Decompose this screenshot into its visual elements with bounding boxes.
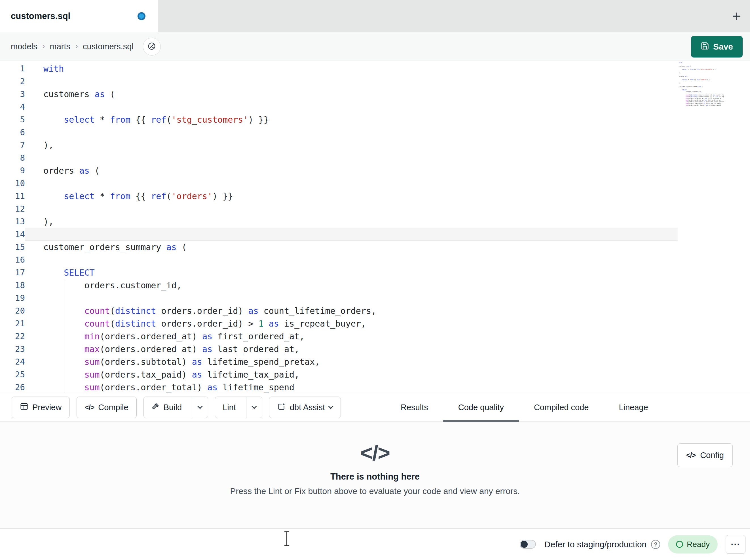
line-number[interactable]: 1 — [0, 62, 25, 75]
toggle-knob — [520, 541, 528, 548]
code-line-26[interactable]: 26 sum(orders.order_total) as lifetime_s… — [0, 381, 678, 393]
line-number[interactable]: 11 — [0, 190, 25, 203]
breadcrumb-separator-icon: › — [42, 41, 45, 51]
line-number[interactable]: 2 — [0, 75, 25, 88]
editor-toolbar: Preview </> Compile Build Lin — [0, 393, 750, 422]
code-line-11[interactable]: 11 select * from {{ ref('orders') }} — [0, 190, 678, 203]
code-line-17[interactable]: 17 SELECT — [0, 266, 678, 279]
code-text: with — [25, 62, 678, 75]
line-number[interactable]: 8 — [0, 151, 25, 164]
code-text — [25, 101, 678, 113]
breadcrumb-customers-sql[interactable]: customers.sql — [83, 42, 134, 51]
code-line-25[interactable]: 25 sum(orders.tax_paid) as lifetime_tax_… — [0, 368, 678, 381]
line-number[interactable]: 4 — [0, 101, 25, 113]
line-number[interactable]: 25 — [0, 368, 25, 381]
line-number[interactable]: 6 — [0, 126, 25, 139]
compile-button[interactable]: </> Compile — [77, 397, 137, 418]
code-line-22[interactable]: 22 min(orders.ordered_at) as first_order… — [0, 330, 678, 343]
new-tab-button[interactable]: + — [728, 0, 746, 32]
line-number[interactable]: 22 — [0, 330, 25, 343]
line-number[interactable]: 12 — [0, 203, 25, 215]
line-number[interactable]: 24 — [0, 355, 25, 368]
editor-tab-bar: customers.sql + — [0, 0, 750, 32]
line-number[interactable]: 13 — [0, 215, 25, 228]
code-line-24[interactable]: 24 sum(orders.subtotal) as lifetime_spen… — [0, 355, 678, 368]
code-line-20[interactable]: 20 count(distinct orders.order_id) as co… — [0, 305, 678, 317]
chevron-down-icon — [252, 403, 257, 409]
build-button[interactable]: Build — [144, 397, 188, 418]
config-label: Config — [700, 451, 724, 460]
dbt-assist-label: dbt Assist — [290, 403, 325, 412]
line-number[interactable]: 16 — [0, 253, 25, 266]
code-line-23[interactable]: 23 max(orders.ordered_at) as last_ordere… — [0, 343, 678, 355]
code-line-13[interactable]: 13), — [0, 215, 678, 228]
breadcrumb-models[interactable]: models — [11, 42, 37, 51]
line-number[interactable]: 15 — [0, 241, 25, 253]
code-line-16[interactable]: 16 — [0, 253, 678, 266]
code-text: sum(orders.order_total) as lifetime_spen… — [25, 381, 678, 393]
more-options-button[interactable]: ··· — [726, 535, 746, 554]
code-line-9[interactable]: 9orders as ( — [0, 164, 678, 177]
code-line-8[interactable]: 8 — [0, 151, 678, 164]
line-number[interactable]: 26 — [0, 381, 25, 393]
help-icon[interactable]: ? — [651, 540, 660, 549]
build-dropdown-button[interactable] — [192, 397, 208, 418]
config-button[interactable]: </> Config — [677, 443, 733, 467]
minimap[interactable]: withcustomers as ( select * from {{ ref(… — [679, 62, 724, 106]
code-text: sum(orders.subtotal) as lifetime_spend_p… — [25, 355, 678, 368]
code-text: count(distinct orders.order_id) > 1 as i… — [25, 317, 678, 330]
code-line-2[interactable]: 2 — [0, 75, 678, 88]
dbt-assist-button[interactable]: dbt Assist — [269, 397, 341, 418]
tab-compiled-code[interactable]: Compiled code — [519, 393, 604, 421]
code-editor[interactable]: 1with23customers as (45 select * from {{… — [0, 61, 750, 393]
code-line-1[interactable]: 1with — [0, 62, 678, 75]
line-number[interactable]: 19 — [0, 292, 25, 305]
line-number[interactable]: 23 — [0, 343, 25, 355]
line-number[interactable]: 21 — [0, 317, 25, 330]
ellipsis-icon: ··· — [731, 540, 741, 549]
code-line-3[interactable]: 3customers as ( — [0, 88, 678, 101]
plus-icon: + — [732, 8, 741, 25]
tab-lineage[interactable]: Lineage — [604, 393, 663, 421]
code-line-14[interactable]: 14 — [0, 228, 678, 241]
breadcrumb-marts[interactable]: marts — [50, 42, 71, 51]
lint-split-button: Lint — [215, 397, 262, 418]
code-text: select * from {{ ref('stg_customers') }} — [25, 113, 678, 126]
line-number[interactable]: 10 — [0, 177, 25, 190]
line-number[interactable]: 17 — [0, 266, 25, 279]
lint-dropdown-button[interactable] — [246, 397, 262, 418]
hammer-icon — [151, 402, 160, 413]
code-brackets-icon: </> — [686, 451, 695, 459]
line-number[interactable]: 20 — [0, 305, 25, 317]
line-number[interactable]: 18 — [0, 279, 25, 292]
defer-toggle[interactable] — [520, 540, 536, 549]
tab-customers-sql[interactable]: customers.sql — [0, 0, 158, 32]
line-number[interactable]: 14 — [0, 228, 25, 241]
code-line-19[interactable]: 19 — [0, 292, 678, 305]
code-line-4[interactable]: 4 — [0, 101, 678, 113]
code-line-15[interactable]: 15customer_orders_summary as ( — [0, 241, 678, 253]
line-number[interactable]: 9 — [0, 164, 25, 177]
ready-status-badge[interactable]: Ready — [668, 535, 718, 554]
code-line-18[interactable]: 18 orders.customer_id, — [0, 279, 678, 292]
code-line-21[interactable]: 21 count(distinct orders.order_id) > 1 a… — [0, 317, 678, 330]
code-line-10[interactable]: 10 — [0, 177, 678, 190]
code-line-7[interactable]: 7), — [0, 139, 678, 151]
code-text — [25, 228, 678, 241]
code-brackets-icon: </> — [85, 403, 94, 412]
tab-code-quality[interactable]: Code quality — [443, 393, 519, 421]
copilot-button[interactable] — [143, 38, 161, 56]
lint-button[interactable]: Lint — [215, 397, 242, 418]
tab-results[interactable]: Results — [386, 393, 443, 421]
preview-label: Preview — [32, 403, 61, 412]
save-button[interactable]: Save — [691, 36, 743, 58]
line-number[interactable]: 7 — [0, 139, 25, 151]
defer-label: Defer to staging/production — [545, 540, 647, 549]
line-number[interactable]: 5 — [0, 113, 25, 126]
line-number[interactable]: 3 — [0, 88, 25, 101]
code-line-12[interactable]: 12 — [0, 203, 678, 215]
code-line-5[interactable]: 5 select * from {{ ref('stg_customers') … — [0, 113, 678, 126]
preview-button[interactable]: Preview — [12, 397, 70, 418]
code-line-6[interactable]: 6 — [0, 126, 678, 139]
code-text: sum(orders.tax_paid) as lifetime_tax_pai… — [25, 368, 678, 381]
